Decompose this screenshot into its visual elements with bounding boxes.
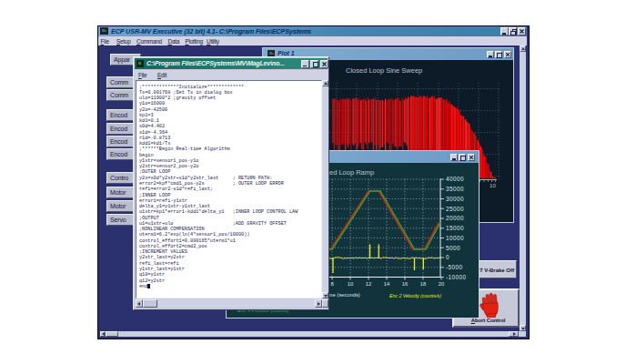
- svg-text:10000: 10000: [446, 235, 464, 241]
- svg-text:-5000: -5000: [446, 264, 463, 270]
- svg-text:25000: 25000: [446, 206, 464, 212]
- svg-text:5000: 5000: [446, 245, 460, 251]
- svg-text:30000: 30000: [446, 196, 464, 202]
- svg-text:-10000: -10000: [446, 274, 467, 280]
- svg-text:14: 14: [384, 281, 390, 287]
- svg-text:15000: 15000: [446, 225, 464, 231]
- svg-text:40000: 40000: [446, 176, 464, 182]
- svg-text:16: 16: [402, 281, 408, 287]
- svg-text:0: 0: [446, 254, 449, 260]
- svg-text:20: 20: [439, 281, 444, 287]
- svg-text:12: 12: [366, 281, 371, 287]
- svg-text:8: 8: [330, 281, 333, 287]
- svg-text:10: 10: [490, 182, 496, 188]
- svg-text:20000: 20000: [446, 215, 464, 221]
- svg-text:35000: 35000: [446, 186, 464, 192]
- svg-text:18: 18: [420, 281, 426, 287]
- svg-text:10: 10: [348, 281, 353, 287]
